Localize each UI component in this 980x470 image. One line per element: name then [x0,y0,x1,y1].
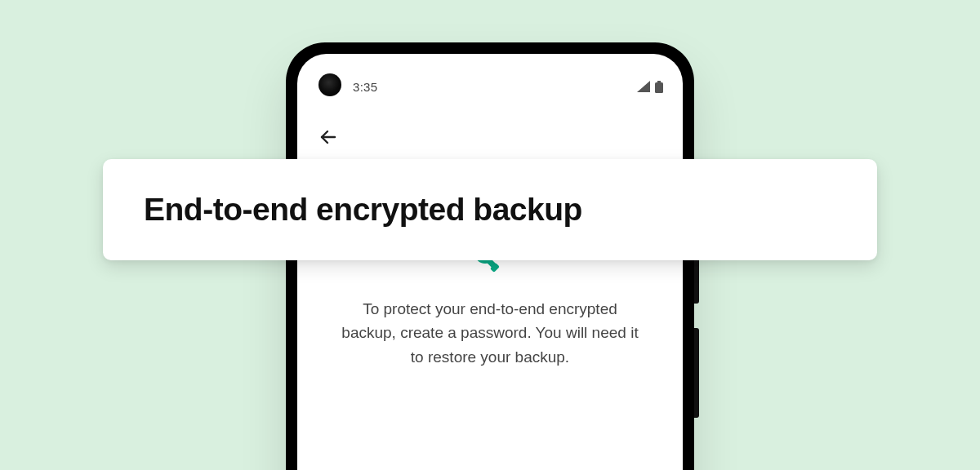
battery-icon [655,81,663,93]
arrow-back-icon [318,127,338,147]
phone-side-button [694,328,699,418]
phone-side-button [694,255,699,304]
screen-content: To protect your end-to-end encrypted bac… [297,242,683,369]
phone-screen: 3:35 [297,54,683,470]
overlay-card: End-to-end encrypted backup [103,159,877,260]
app-bar [297,114,683,160]
status-indicators [637,81,663,93]
svg-rect-1 [655,82,663,93]
overlay-title: End-to-end encrypted backup [144,192,836,228]
promo-stage: 3:35 [0,0,980,470]
back-button[interactable] [312,121,345,153]
svg-rect-0 [657,81,661,82]
status-bar: 3:35 [297,73,683,100]
camera-cutout [318,73,341,96]
body-text: To protect your end-to-end encrypted bac… [336,297,644,369]
status-time: 3:35 [353,80,377,94]
cellular-icon [637,81,650,92]
